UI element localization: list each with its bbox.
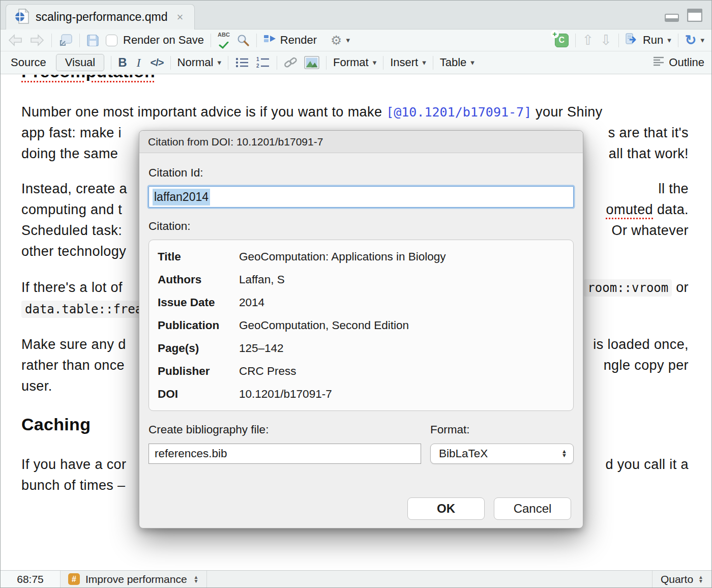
citation-id-input[interactable]: laffan2014 <box>149 186 574 208</box>
toolbar-divider <box>433 56 433 70</box>
toolbar-divider <box>228 56 228 70</box>
maximize-icon[interactable] <box>687 9 702 24</box>
search-icon[interactable] <box>236 34 250 47</box>
table-menu[interactable]: Table ▾ <box>440 56 474 69</box>
svg-text:1: 1 <box>256 56 259 62</box>
bibliography-file-input[interactable]: references.bib <box>149 444 421 464</box>
editor-tab-bar: scaling-performance.qmd × <box>1 1 711 30</box>
dialog-body: Citation Id: laffan2014 Citation: Title … <box>139 153 583 528</box>
paragraph-style-select[interactable]: Normal ▾ <box>177 56 221 69</box>
link-button[interactable] <box>284 56 298 69</box>
paragraph-line: Number one most important advice is if y… <box>21 104 603 120</box>
back-button[interactable] <box>8 34 23 47</box>
image-button[interactable] <box>304 56 319 69</box>
toolbar-divider <box>79 34 80 47</box>
citation-details-panel: Title GeoComputation: Applications in Bi… <box>149 240 574 411</box>
section-label: Improve performance <box>85 573 187 585</box>
main-toolbar: Render on Save ABC Render ⚙ <box>1 30 711 51</box>
editor-mode-label: Quarto <box>661 573 693 585</box>
render-on-save-label: Render on Save <box>123 34 204 47</box>
paragraph-line: bunch of times – <box>21 478 126 493</box>
citation-link[interactable]: [@10.1201/b17091-7] <box>386 105 531 120</box>
toolbar-divider <box>170 56 171 70</box>
citation-label: Citation: <box>149 220 574 233</box>
svg-text:2: 2 <box>256 63 259 69</box>
rstudio-source-window: scaling-performance.qmd × <box>0 0 712 588</box>
run-next-chunk-button[interactable]: ⇩ <box>600 34 612 47</box>
selected-text: laffan2014 <box>153 189 210 205</box>
toolbar-divider <box>575 34 576 47</box>
paragraph-line: data.table::fread <box>21 301 154 317</box>
outline-toggle-button[interactable]: Outline <box>652 56 704 69</box>
render-on-save-checkbox[interactable] <box>106 35 117 46</box>
gear-icon: ⚙ <box>331 34 342 47</box>
render-icon <box>263 33 276 48</box>
dialog-title-bar[interactable]: Citation from DOI: 10.1201/b17091-7 <box>139 131 583 153</box>
chevron-down-icon: ▾ <box>373 58 377 67</box>
run-button[interactable]: Run ▾ <box>626 33 671 48</box>
cursor-position[interactable]: 68:75 <box>1 571 61 587</box>
visual-mode-button[interactable]: Visual <box>56 54 105 71</box>
editor-mode-selector[interactable]: Quarto ▲▼ <box>652 571 711 587</box>
dialog-title: Citation from DOI: 10.1201/b17091-7 <box>148 136 323 148</box>
citation-field-row: Issue Date 2014 <box>158 291 565 314</box>
paragraph-line: user. <box>21 378 52 394</box>
toolbar-divider <box>678 34 678 47</box>
citation-from-doi-dialog: Citation from DOI: 10.1201/b17091-7 Cita… <box>139 130 583 528</box>
italic-button[interactable]: I <box>137 56 141 70</box>
chevron-down-icon: ▾ <box>667 36 671 45</box>
insert-chunk-button[interactable]: C + <box>555 34 569 47</box>
chevron-down-icon: ▾ <box>470 58 474 67</box>
citation-field-row: Publisher CRC Press <box>158 360 565 383</box>
numbered-list-button[interactable]: 1 2 <box>256 56 270 69</box>
chevron-down-icon: ▾ <box>700 36 704 45</box>
bullet-list-button[interactable] <box>235 56 249 69</box>
citation-field-row: Page(s) 125–142 <box>158 337 565 360</box>
toolbar-divider <box>256 34 257 47</box>
render-button[interactable]: Render <box>263 33 317 48</box>
format-label: Format: <box>430 423 574 436</box>
toolbar-divider <box>383 56 383 70</box>
tab-title: scaling-performance.qmd <box>36 10 168 24</box>
ok-button[interactable]: OK <box>407 497 485 520</box>
citation-field-row: DOI 10.1201/b17091-7 <box>158 383 565 405</box>
save-button[interactable] <box>86 34 99 47</box>
quarto-file-icon <box>14 8 29 26</box>
chevron-down-icon: ▾ <box>346 36 350 45</box>
run-previous-chunks-button[interactable]: ⇧ <box>582 34 594 47</box>
toolbar-divider <box>111 56 111 70</box>
rerun-button[interactable]: ↻ ▾ <box>685 34 704 47</box>
open-in-new-window-button[interactable] <box>58 34 73 47</box>
toolbar-divider <box>277 56 277 70</box>
outline-icon <box>652 56 665 69</box>
render-label: Render <box>280 34 317 47</box>
insert-menu[interactable]: Insert ▾ <box>390 56 426 69</box>
format-menu[interactable]: Format ▾ <box>333 56 376 69</box>
citation-field-row: Title GeoComputation: Applications in Bi… <box>158 245 565 268</box>
section-hash-icon: # <box>68 573 80 585</box>
render-on-save-toggle[interactable]: Render on Save <box>106 34 204 47</box>
tab-close-icon[interactable]: × <box>177 11 184 24</box>
render-options-button[interactable]: ⚙ ▾ <box>331 34 350 47</box>
citation-field-row: Authors Laffan, S <box>158 268 565 291</box>
citation-id-label: Citation Id: <box>149 166 574 180</box>
inline-code: data.table::fread <box>21 301 154 318</box>
section-selector[interactable]: # Improve performance ▲▼ <box>61 571 207 587</box>
heading-precomputation: Precomputation <box>21 75 155 81</box>
source-mode-button[interactable]: Source <box>8 54 49 71</box>
code-button[interactable]: </> <box>151 57 164 69</box>
bold-button[interactable]: B <box>118 55 127 70</box>
toolbar-divider <box>51 34 52 47</box>
up-down-arrows-icon: ▲▼ <box>698 575 703 582</box>
spellcheck-icon[interactable]: ABC <box>218 32 230 49</box>
tab-scaling-performance[interactable]: scaling-performance.qmd × <box>6 4 195 30</box>
chevron-down-icon: ▾ <box>422 58 426 67</box>
run-label: Run <box>643 34 663 47</box>
up-down-arrows-icon: ▲▼ <box>194 575 199 582</box>
heading-caching: Caching <box>21 415 91 434</box>
format-toolbar: Source Visual B I </> Normal ▾ 1 2 <box>1 51 711 74</box>
format-select[interactable]: BibLaTeX ▲▼ <box>430 444 574 464</box>
cancel-button[interactable]: Cancel <box>494 497 571 520</box>
minimize-icon[interactable] <box>665 14 679 24</box>
forward-button[interactable] <box>29 34 45 47</box>
